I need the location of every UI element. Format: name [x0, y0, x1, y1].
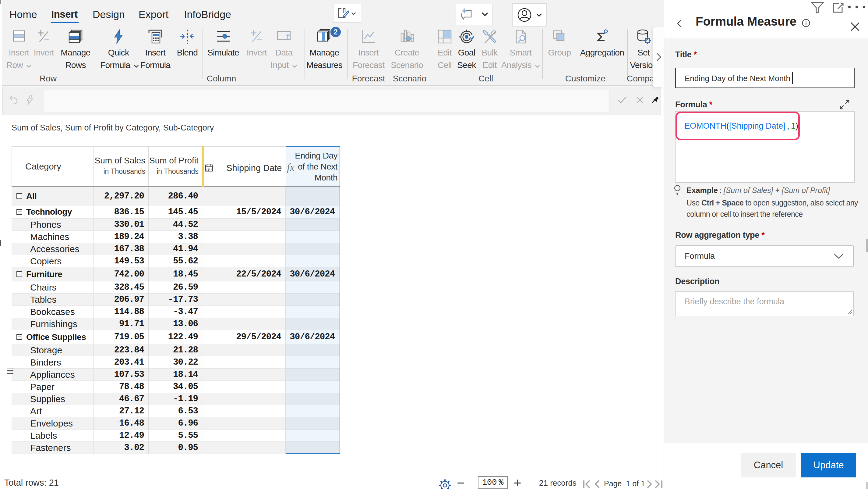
svg-text:2: 2: [334, 28, 337, 36]
